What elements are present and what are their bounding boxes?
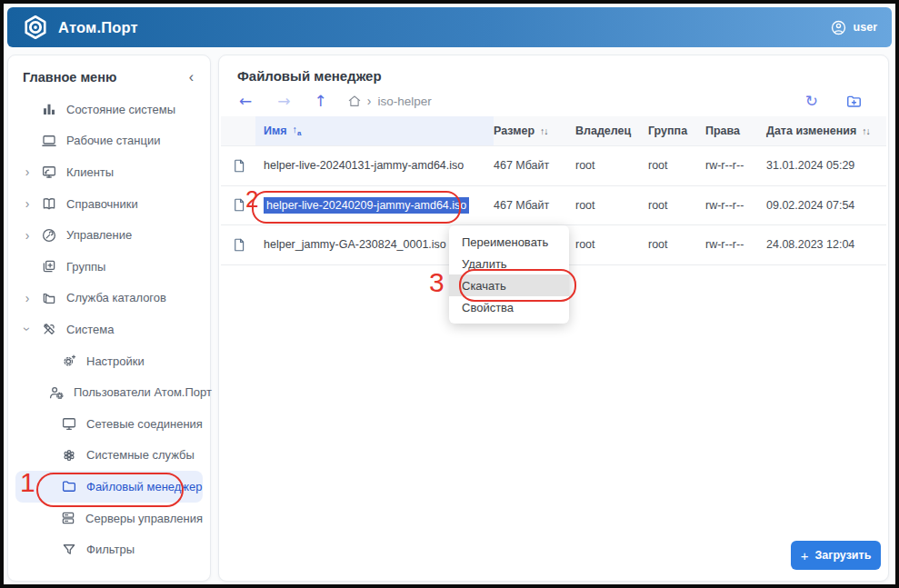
menu-item-delete[interactable]: Удалить (449, 253, 569, 274)
client-monitor-icon (41, 164, 57, 180)
file-owner: root (575, 159, 648, 172)
brand: Атом.Порт (22, 14, 138, 41)
user-gear-icon (48, 384, 65, 401)
sidebar-item-file-manager[interactable]: Файловый менеджер (15, 471, 203, 503)
column-header-owner: Владелец (575, 125, 648, 137)
file-group: root (648, 199, 705, 212)
filter-funnel-icon (61, 542, 77, 558)
file-rights: rw-r--r-- (705, 159, 766, 172)
table-row[interactable]: helper-live-20240131-jammy-amd64.iso 467… (221, 146, 886, 186)
tools-icon (41, 321, 57, 337)
user-label: user (854, 21, 877, 34)
breadcrumb-current-folder[interactable]: iso-helper (377, 95, 431, 108)
file-owner: root (575, 199, 648, 212)
file-size: 467 Мбайт (494, 199, 575, 212)
upload-button[interactable]: + Загрузить (791, 541, 881, 570)
refresh-icon[interactable]: ↻ (805, 92, 818, 110)
column-header-modified[interactable]: Дата изменения ↑↓ (766, 125, 886, 137)
sidebar-item-management[interactable]: › Управление (15, 219, 203, 251)
sidebar-item-system[interactable]: › Система (15, 314, 203, 345)
bar-chart-icon (41, 101, 57, 117)
up-button[interactable]: ↑ (315, 94, 327, 109)
new-folder-icon[interactable] (845, 93, 863, 110)
home-icon[interactable] (347, 94, 362, 108)
chevron-right-icon[interactable]: › (21, 291, 34, 305)
sidebar-item-references[interactable]: › Справочники (15, 188, 203, 220)
sort-updown-icon: ↑↓ (540, 125, 548, 136)
files-table-header: Имя ↑a Размер ↑↓ Владелец Группа Права Д… (221, 116, 886, 146)
sidebar-item-system-status[interactable]: Состояние системы (15, 94, 203, 125)
page-title: Файловый менеджер (219, 55, 888, 84)
file-size: 467 Мбайт (494, 159, 575, 172)
sidebar-item-network-connections[interactable]: Сетевые соединения (15, 408, 203, 440)
sidebar-item-directory-service[interactable]: › Служба каталогов (15, 283, 203, 314)
file-name-selected[interactable]: helper-live-20240209-jammy-amd64.iso (264, 197, 469, 214)
back-button[interactable]: ← (239, 94, 252, 109)
sidebar-item-clients[interactable]: › Клиенты (15, 156, 203, 188)
folder-icon (61, 478, 77, 494)
user-menu[interactable]: user (830, 19, 877, 36)
chevron-right-icon[interactable]: › (21, 196, 34, 211)
file-modified: 09.02.2024 07:54 (766, 199, 886, 212)
menu-item-download[interactable]: Скачать (449, 274, 569, 296)
plus-icon: + (801, 548, 809, 563)
gear-plus-icon (61, 353, 77, 369)
file-manager-panel: Файловый менеджер ← → ↑ › iso-helper ↻ И… (218, 55, 889, 582)
app-window: Атом.Порт user Главное меню ‹ Состояние … (0, 0, 899, 588)
context-menu: Переименовать Удалить Скачать Свойства (449, 225, 569, 324)
catalog-folders-icon (41, 290, 57, 306)
sidebar-collapse-icon[interactable]: ‹ (187, 70, 195, 85)
app-title: Атом.Порт (58, 19, 138, 36)
table-row-selected[interactable]: helper-live-20240209-jammy-amd64.iso 467… (221, 186, 886, 226)
servers-icon (60, 510, 76, 526)
network-monitor-icon (61, 415, 77, 432)
sidebar-header: Главное меню ‹ (8, 55, 210, 90)
workstation-icon (41, 133, 57, 149)
file-icon (232, 157, 264, 174)
file-modified: 24.08.2023 12:04 (766, 238, 886, 251)
chevron-right-icon[interactable]: › (21, 164, 34, 179)
file-rights: rw-r--r-- (705, 199, 766, 212)
sidebar-item-system-services[interactable]: Системные службы (15, 440, 203, 472)
file-manager-toolbar: ← → ↑ › iso-helper ↻ (219, 85, 888, 116)
sidebar-nav: Состояние системы Рабочие станции › Клие… (8, 94, 210, 565)
sidebar-item-groups[interactable]: Группы (15, 251, 203, 283)
sidebar-item-workstations[interactable]: Рабочие станции (15, 125, 203, 157)
sort-ascending-icon: ↑a (293, 124, 302, 137)
sidebar-item-filters[interactable]: Фильтры (15, 533, 203, 565)
top-header-bar: Атом.Порт user (7, 7, 892, 47)
book-icon (41, 195, 57, 212)
file-owner: root (575, 238, 648, 251)
file-group: root (648, 159, 705, 172)
sidebar-item-settings[interactable]: Настройки (15, 345, 203, 377)
sidebar-title: Главное меню (23, 70, 116, 85)
column-header-size[interactable]: Размер ↑↓ (494, 125, 575, 137)
file-modified: 31.01.2024 05:29 (766, 159, 886, 172)
sidebar-item-atomport-users[interactable]: Пользователи Атом.Порт (15, 376, 203, 408)
breadcrumb-separator: › (367, 94, 372, 108)
menu-item-rename[interactable]: Переименовать (449, 231, 569, 253)
sidebar-item-management-servers[interactable]: Серверы управления (15, 503, 203, 534)
file-icon (232, 236, 264, 254)
user-avatar-icon (830, 19, 847, 36)
menu-item-properties[interactable]: Свойства (449, 296, 569, 318)
app-logo-icon (22, 14, 49, 41)
wrench-circle-icon (41, 227, 57, 244)
services-cluster-icon (61, 447, 77, 463)
column-header-group: Группа (648, 125, 705, 137)
column-header-name[interactable]: Имя ↑a (255, 116, 494, 145)
sidebar: Главное меню ‹ Состояние системы Рабочие… (7, 55, 211, 582)
forward-button[interactable]: → (277, 94, 290, 109)
sort-updown-icon: ↑↓ (862, 125, 870, 136)
file-name[interactable]: helper-live-20240131-jammy-amd64.iso (264, 159, 494, 172)
file-icon (232, 196, 264, 214)
chevron-right-icon[interactable]: › (21, 228, 34, 243)
file-group: root (648, 238, 705, 251)
file-rights: rw-r--r-- (705, 238, 766, 251)
group-add-icon (41, 258, 57, 274)
chevron-down-icon[interactable]: › (20, 323, 35, 335)
column-header-rights: Права (705, 125, 766, 137)
